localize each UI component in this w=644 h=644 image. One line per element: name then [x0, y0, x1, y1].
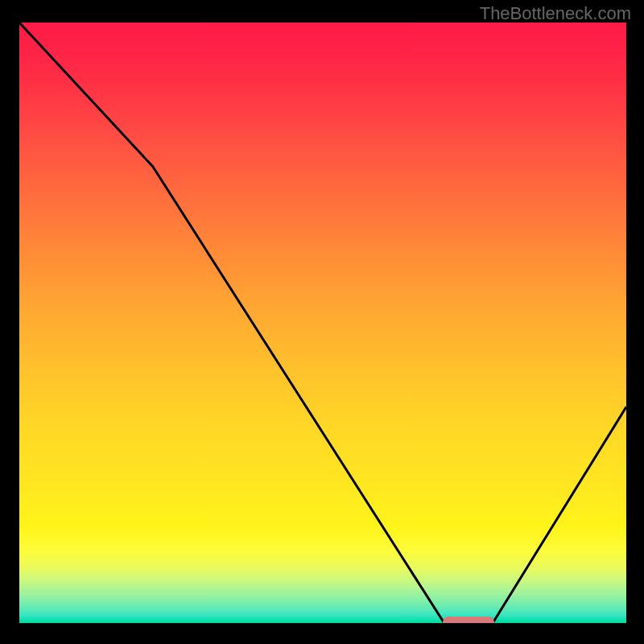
bottleneck-curve-path — [19, 23, 626, 623]
chart-plot-area — [19, 23, 626, 623]
watermark-text: TheBottleneck.com — [480, 3, 631, 24]
bottleneck-curve-svg — [19, 23, 626, 623]
optimal-range-marker — [443, 617, 494, 623]
